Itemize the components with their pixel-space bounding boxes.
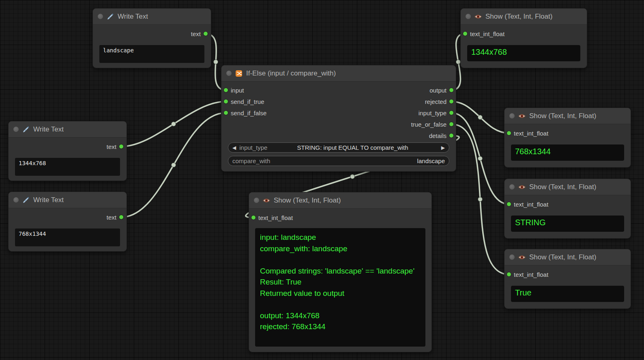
node-show-2[interactable]: Show (Text, Int, Float) text_int_float 7… [504,108,631,168]
node-title: Show (Text, Int, Float) [529,253,596,261]
input-label: text_int_float [514,271,548,278]
output-port-text[interactable] [119,215,123,219]
output-slot-output: output [411,84,456,96]
node-write-text-2[interactable]: Write Text text 1344x768 [8,121,127,181]
input-label: text_int_float [514,201,548,208]
node-titlebar[interactable]: Write Text [9,121,127,138]
node-titlebar[interactable]: Show (Text, Int, Float) [249,192,431,209]
input-slot-input: input [221,84,266,96]
widget-name: compare_with [232,157,270,164]
eye-icon [518,112,526,120]
node-titlebar[interactable]: Show (Text, Int, Float) [461,9,587,25]
show-display: 768x1344 [511,144,624,161]
pen-icon [107,13,114,20]
node-title: Show (Text, Int, Float) [485,13,552,21]
node-show-4[interactable]: Show (Text, Int, Float) text_int_float T… [504,249,631,309]
output-slot-input-type: input_type [411,107,456,119]
node-title: Show (Text, Int, Float) [529,112,596,120]
node-titlebar[interactable]: If-Else (input / compare_with) [221,65,456,82]
output-slot-details: details [411,130,456,141]
output-port-details[interactable] [449,134,453,138]
collapse-dot[interactable] [98,14,103,19]
output-label: true_or_false [411,121,447,128]
node-title: Show (Text, Int, Float) [274,196,341,205]
node-titlebar[interactable]: Write Text [93,9,211,25]
node-graph-canvas[interactable]: Write Text text landscape Write Text tex… [0,0,644,360]
output-label: text [107,143,116,150]
node-titlebar[interactable]: Show (Text, Int, Float) [504,179,631,195]
collapse-dot[interactable] [509,113,515,119]
compare-with-widget[interactable]: compare_with landscape [228,156,449,166]
output-label: output [429,87,447,94]
eye-icon [518,254,526,261]
node-titlebar[interactable]: Show (Text, Int, Float) [504,249,631,265]
widget-value: landscape [417,157,445,164]
input-port-text-int-float[interactable] [463,32,467,36]
text-widget[interactable]: 1344x768 [15,158,120,176]
collapse-dot[interactable] [509,254,515,260]
input-port-text-int-float[interactable] [507,272,511,276]
input-port-text-int-float[interactable] [507,202,511,206]
input-label: send_if_false [231,110,266,116]
show-display: True [511,286,624,302]
output-label: text [107,214,116,221]
output-label: input_type [419,110,447,116]
input-port-send-if-false[interactable] [224,111,228,115]
output-port-text[interactable] [119,144,123,149]
node-write-text-1[interactable]: Write Text text landscape [92,8,211,68]
combo-next-icon[interactable]: ▶ [441,145,445,151]
node-write-text-3[interactable]: Write Text text 768x1344 [8,192,127,252]
input-port-input[interactable] [224,88,228,92]
input-port-text-int-float[interactable] [251,216,255,220]
node-title: Show (Text, Int, Float) [529,183,596,191]
collapse-dot[interactable] [13,127,19,132]
node-title: Write Text [118,13,148,21]
collapse-dot[interactable] [466,14,471,19]
output-port-rejected[interactable] [449,99,453,103]
node-title: If-Else (input / compare_with) [246,69,336,78]
input-slot-send-if-false: send_if_false [221,107,266,119]
node-show-3[interactable]: Show (Text, Int, Float) text_int_float S… [504,179,631,239]
show-display: 1344x768 [467,45,580,61]
input-label: text_int_float [258,214,293,221]
show-display: STRING [511,216,624,232]
collapse-dot[interactable] [13,197,19,203]
eye-icon [474,13,482,20]
text-widget[interactable]: 768x1344 [15,229,120,246]
input-port-send-if-true[interactable] [224,99,228,103]
eye-icon [263,197,270,204]
node-if-else[interactable]: If-Else (input / compare_with) input sen… [221,65,456,172]
output-port-output[interactable] [449,88,453,92]
input-label: input [231,87,244,94]
output-label: rejected [425,98,447,105]
node-title: Write Text [33,125,64,134]
input-label: text_int_float [514,130,548,137]
collapse-dot[interactable] [254,198,259,203]
node-titlebar[interactable]: Show (Text, Int, Float) [504,108,631,124]
output-port-true-or-false[interactable] [449,122,453,126]
input-port-text-int-float[interactable] [507,131,511,135]
input-type-combo-widget[interactable]: ◀ input_type STRING: input EQUAL TO comp… [228,142,449,153]
input-label: text_int_float [470,30,504,37]
input-label: send_if_true [231,98,264,105]
output-label: text [191,30,201,37]
output-port-input-type[interactable] [449,111,453,115]
collapse-dot[interactable] [226,71,232,76]
pen-icon [22,126,30,133]
node-title: Write Text [33,196,64,204]
node-show-details[interactable]: Show (Text, Int, Float) text_int_float i… [249,192,432,352]
combo-prev-icon[interactable]: ◀ [232,145,236,151]
collapse-dot[interactable] [509,184,515,190]
output-slot-true-or-false: true_or_false [411,119,456,130]
pen-icon [22,196,30,204]
combo-name: input_type [239,144,267,151]
input-slot-send-if-true: send_if_true [221,96,266,107]
node-show-1[interactable]: Show (Text, Int, Float) text_int_float 1… [460,8,587,68]
show-display-details: input: landscape compare_with: landscape… [255,228,425,347]
output-label: details [429,132,447,139]
node-titlebar[interactable]: Write Text [9,192,127,208]
output-slot-rejected: rejected [411,96,456,107]
text-widget[interactable]: landscape [99,45,204,63]
eye-icon [518,183,526,191]
output-port-text[interactable] [204,32,208,36]
